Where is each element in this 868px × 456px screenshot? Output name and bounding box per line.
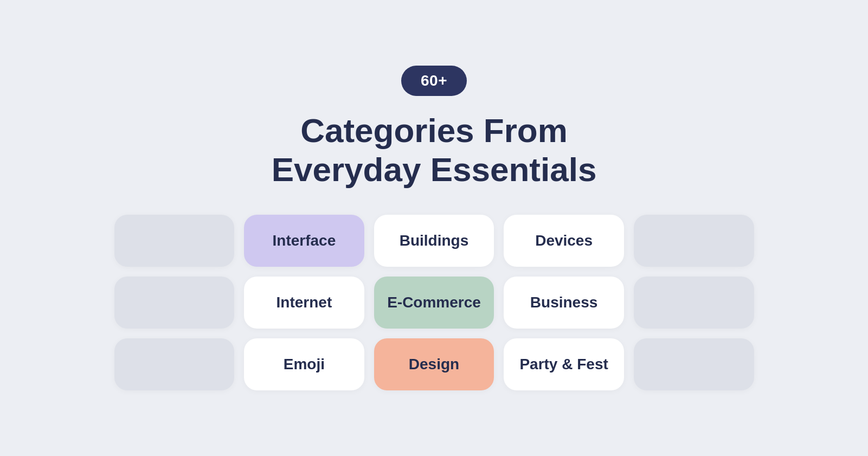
category-pill-buildings[interactable]: Buildings <box>374 215 494 267</box>
category-pill-design[interactable]: Design <box>374 338 494 390</box>
empty-pill-2-0 <box>114 338 235 390</box>
empty-pill-1-0 <box>114 277 235 329</box>
empty-pill-2-4 <box>634 338 754 390</box>
category-pill-interface[interactable]: Interface <box>244 215 364 267</box>
categories-grid: InterfaceBuildingsDevicesInternetE-Comme… <box>114 215 754 390</box>
category-pill-emoji[interactable]: Emoji <box>244 338 364 390</box>
category-pill-business[interactable]: Business <box>504 277 624 329</box>
empty-pill-0-0 <box>114 215 235 267</box>
category-pill-internet[interactable]: Internet <box>244 277 364 329</box>
category-pill-party---fest[interactable]: Party & Fest <box>504 338 624 390</box>
empty-pill-1-4 <box>634 277 754 329</box>
category-pill-devices[interactable]: Devices <box>504 215 624 267</box>
category-pill-e-commerce[interactable]: E-Commerce <box>374 277 494 329</box>
header-section: 60+ Categories From Everyday Essentials <box>272 66 597 189</box>
empty-pill-0-4 <box>634 215 754 267</box>
main-title: Categories From Everyday Essentials <box>272 111 597 189</box>
count-badge: 60+ <box>401 66 467 96</box>
